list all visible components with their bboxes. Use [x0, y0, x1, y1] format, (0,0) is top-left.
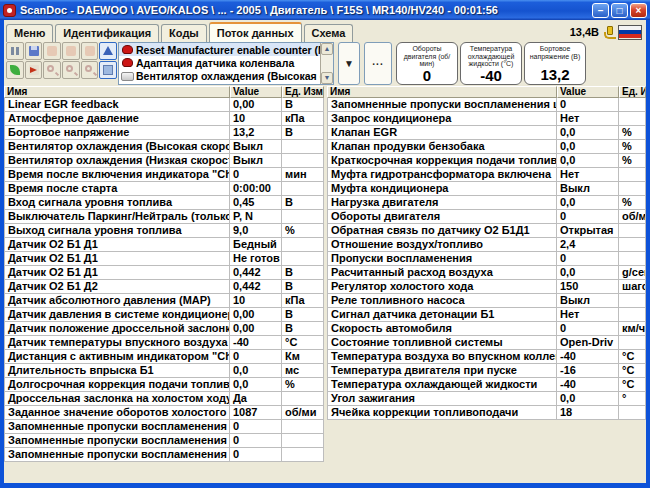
table-cell-unit[interactable]: Км	[282, 350, 324, 364]
table-cell-name[interactable]: Дистанция с активным индикатором "Check	[4, 350, 230, 364]
table-cell-unit[interactable]	[282, 182, 324, 196]
actions-dropdown-button[interactable]: ▼	[338, 42, 360, 85]
table-cell-name[interactable]: Выключатель Паркинг/Нейтраль (только АК	[4, 210, 230, 224]
table-cell-name[interactable]: Время после включения индикатора "Check	[4, 168, 230, 182]
table-cell-name[interactable]: Запрос кондиционера	[327, 112, 557, 126]
actions-list-item[interactable]: Вентилятор охлаждения (Высокая скорость)	[119, 69, 333, 82]
column-header-value[interactable]: Value	[557, 86, 619, 98]
table-cell-value[interactable]: Выкл	[230, 154, 282, 168]
table-cell-unit[interactable]: %	[619, 154, 646, 168]
table-cell-value[interactable]: 0	[557, 210, 619, 224]
table-cell-value[interactable]: Не готов	[230, 252, 282, 266]
table-cell-name[interactable]: Ячейка коррекции топливоподачи	[327, 406, 557, 420]
save-button[interactable]	[25, 42, 43, 60]
zoom-in-button[interactable]	[43, 61, 61, 79]
table-cell-unit[interactable]: °	[619, 392, 646, 406]
table-cell-unit[interactable]: об/ми	[282, 406, 324, 420]
minimize-button[interactable]: –	[592, 3, 609, 18]
table-cell-value[interactable]: 0	[230, 448, 282, 462]
table-cell-value[interactable]: 0,0	[557, 154, 619, 168]
russia-flag-icon[interactable]	[618, 25, 642, 40]
table-cell-unit[interactable]: В	[282, 196, 324, 210]
table-cell-value[interactable]: 18	[557, 406, 619, 420]
table-cell-name[interactable]: Муфта кондиционера	[327, 182, 557, 196]
table-cell-value[interactable]: Open-Driv	[557, 336, 619, 350]
table-cell-value[interactable]: Выкл	[557, 294, 619, 308]
table-cell-unit[interactable]: %	[282, 224, 324, 238]
table-cell-value[interactable]: 0	[230, 350, 282, 364]
table-cell-unit[interactable]: кПа	[282, 112, 324, 126]
table-cell-name[interactable]: Пропуски воспламенения	[327, 252, 557, 266]
table-cell-name[interactable]: Долгосрочная коррекция подачи топлива Б	[4, 378, 230, 392]
table-cell-name[interactable]: Реле топливного насоса	[327, 294, 557, 308]
scroll-up-icon[interactable]: ▲	[321, 43, 333, 55]
table-cell-value[interactable]: Выкл	[557, 182, 619, 196]
table-cell-name[interactable]: Датчик О2 Б1 Д2	[4, 280, 230, 294]
table-cell-name[interactable]: Обратная связь по датчику О2 Б1Д1	[327, 224, 557, 238]
table-cell-name[interactable]: Запомненные пропуски воспламенения цил	[4, 434, 230, 448]
table-cell-value[interactable]: 0	[557, 252, 619, 266]
gauge-coolant-temp[interactable]: Температура охлаждающей жидкости (°C) -4…	[460, 42, 522, 85]
table-cell-unit[interactable]	[282, 392, 324, 406]
table-cell-unit[interactable]	[619, 308, 646, 322]
column-header-value[interactable]: Value	[230, 86, 282, 98]
table-cell-name[interactable]: Нагрузка двигателя	[327, 196, 557, 210]
table-cell-name[interactable]: Датчик О2 Б1 Д1	[4, 238, 230, 252]
tab-schema[interactable]: Схема	[304, 24, 354, 42]
table-cell-value[interactable]: 10	[230, 112, 282, 126]
table-cell-value[interactable]: Нет	[557, 112, 619, 126]
table-cell-value[interactable]: 13,2	[230, 126, 282, 140]
table-cell-name[interactable]: Температура двигателя при пуске	[327, 364, 557, 378]
table-cell-name[interactable]: Муфта гидротрансформатора включена	[327, 168, 557, 182]
table-cell-unit[interactable]	[282, 140, 324, 154]
export-button[interactable]	[25, 61, 43, 79]
table-cell-name[interactable]: Запомненные пропуски воспламенения цил	[4, 448, 230, 462]
table-cell-value[interactable]: 1087	[230, 406, 282, 420]
table-cell-unit[interactable]	[282, 420, 324, 434]
gauge-board-voltage[interactable]: Бортовое напряжение (В) 13,2	[524, 42, 586, 85]
table-cell-value[interactable]: 0	[557, 322, 619, 336]
table-cell-name[interactable]: Расчитанный расход воздуха	[327, 266, 557, 280]
table-cell-unit[interactable]: %	[619, 196, 646, 210]
table-cell-name[interactable]: Запомненные пропуски воспламенения цил	[4, 420, 230, 434]
table-cell-name[interactable]: Выход сигнала уровня топлива	[4, 224, 230, 238]
column-header-name[interactable]: Имя	[4, 86, 230, 98]
table-cell-value[interactable]: 0,0	[557, 266, 619, 280]
table-cell-unit[interactable]: мс	[282, 364, 324, 378]
table-cell-name[interactable]: Обороты двигателя	[327, 210, 557, 224]
table-cell-unit[interactable]: В	[282, 126, 324, 140]
table-cell-unit[interactable]: В	[282, 266, 324, 280]
table-cell-value[interactable]: 0:00:00	[230, 182, 282, 196]
table-cell-value[interactable]: Да	[230, 392, 282, 406]
column-header-name[interactable]: Имя	[327, 86, 557, 98]
table-cell-name[interactable]: Отношение воздух/топливо	[327, 238, 557, 252]
table-cell-value[interactable]: 0,442	[230, 266, 282, 280]
table-cell-name[interactable]: Регулятор холостого хода	[327, 280, 557, 294]
table-cell-unit[interactable]: В	[282, 308, 324, 322]
table-cell-unit[interactable]: шагов	[619, 280, 646, 294]
table-cell-name[interactable]: Датчик температуры впускного воздуха	[4, 336, 230, 350]
table-cell-unit[interactable]	[282, 238, 324, 252]
column-header-unit[interactable]: Ед. Изм	[282, 86, 324, 98]
table-cell-unit[interactable]: об/ми	[619, 210, 646, 224]
table-cell-unit[interactable]: %	[619, 126, 646, 140]
table-cell-unit[interactable]	[619, 112, 646, 126]
table-cell-value[interactable]: Выкл	[230, 140, 282, 154]
tab-identification[interactable]: Идентификация	[55, 24, 159, 42]
table-cell-name[interactable]: Время после старта	[4, 182, 230, 196]
table-cell-value[interactable]: 150	[557, 280, 619, 294]
table-cell-value[interactable]: -40	[230, 336, 282, 350]
maximize-button[interactable]: □	[611, 3, 628, 18]
zoom-out-button[interactable]	[62, 61, 80, 79]
table-cell-name[interactable]: Состояние топливной системы	[327, 336, 557, 350]
table-cell-value[interactable]: -40	[557, 378, 619, 392]
table-cell-value[interactable]: 0	[230, 420, 282, 434]
table-cell-name[interactable]: Дроссельная заслонка на холостом ходу	[4, 392, 230, 406]
table-cell-value[interactable]: P, N	[230, 210, 282, 224]
table-cell-unit[interactable]	[619, 182, 646, 196]
actions-list-scrollbar[interactable]: ▲ ▼	[320, 43, 333, 84]
table-cell-value[interactable]: 0,442	[230, 280, 282, 294]
table-cell-unit[interactable]: кПа	[282, 294, 324, 308]
table-cell-unit[interactable]	[282, 252, 324, 266]
table-cell-name[interactable]: Атмосферное давление	[4, 112, 230, 126]
